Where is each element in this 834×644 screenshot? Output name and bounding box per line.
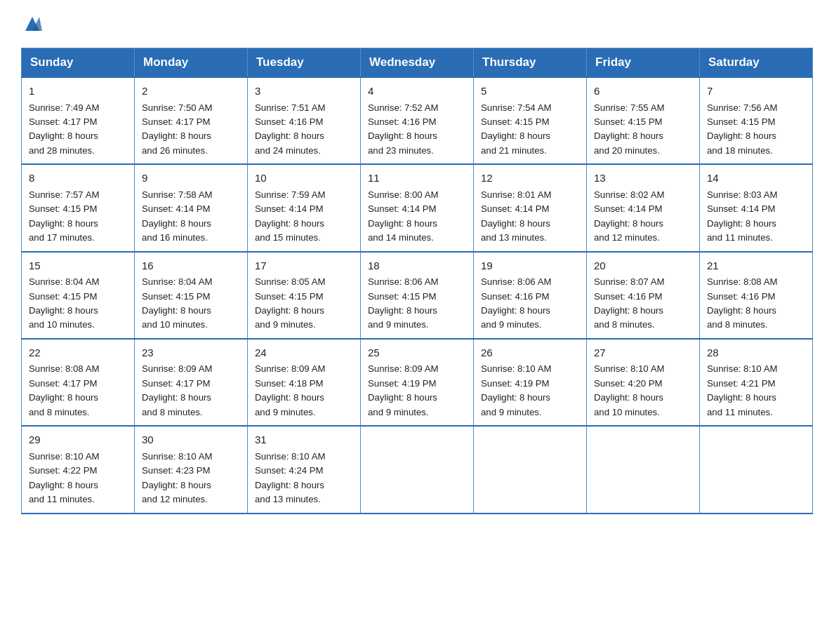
day-info: Sunrise: 8:02 AMSunset: 4:14 PMDaylight:…	[594, 188, 692, 246]
day-info: Sunrise: 7:55 AMSunset: 4:15 PMDaylight:…	[594, 101, 692, 159]
page-header	[21, 14, 813, 34]
day-info: Sunrise: 8:10 AMSunset: 4:23 PMDaylight:…	[142, 450, 240, 507]
week-row-3: 15Sunrise: 8:04 AMSunset: 4:15 PMDayligh…	[22, 252, 813, 339]
day-number: 16	[142, 258, 240, 274]
day-info: Sunrise: 8:10 AMSunset: 4:24 PMDaylight:…	[255, 450, 353, 507]
week-row-5: 29Sunrise: 8:10 AMSunset: 4:22 PMDayligh…	[22, 426, 813, 513]
day-cell: 19Sunrise: 8:06 AMSunset: 4:16 PMDayligh…	[474, 252, 587, 339]
day-cell: 7Sunrise: 7:56 AMSunset: 4:15 PMDaylight…	[700, 77, 813, 164]
day-info: Sunrise: 8:08 AMSunset: 4:16 PMDaylight:…	[707, 275, 805, 333]
logo-icon	[22, 14, 42, 34]
day-number: 29	[29, 432, 127, 448]
day-number: 28	[707, 345, 805, 361]
day-cell: 30Sunrise: 8:10 AMSunset: 4:23 PMDayligh…	[135, 426, 248, 513]
weekday-header-tuesday: Tuesday	[248, 48, 361, 78]
day-info: Sunrise: 8:06 AMSunset: 4:16 PMDaylight:…	[481, 275, 579, 333]
day-info: Sunrise: 7:51 AMSunset: 4:16 PMDaylight:…	[255, 101, 353, 159]
day-number: 20	[594, 258, 692, 274]
weekday-header-saturday: Saturday	[700, 48, 813, 78]
day-info: Sunrise: 8:00 AMSunset: 4:14 PMDaylight:…	[368, 188, 466, 246]
day-info: Sunrise: 7:54 AMSunset: 4:15 PMDaylight:…	[481, 101, 579, 159]
day-cell: 13Sunrise: 8:02 AMSunset: 4:14 PMDayligh…	[587, 164, 700, 251]
day-cell	[700, 426, 813, 513]
logo	[21, 14, 44, 34]
day-number: 4	[368, 83, 466, 100]
day-cell: 24Sunrise: 8:09 AMSunset: 4:18 PMDayligh…	[248, 339, 361, 426]
day-cell: 22Sunrise: 8:08 AMSunset: 4:17 PMDayligh…	[22, 339, 135, 426]
weekday-header-row: SundayMondayTuesdayWednesdayThursdayFrid…	[22, 48, 813, 78]
day-cell: 9Sunrise: 7:58 AMSunset: 4:14 PMDaylight…	[135, 164, 248, 251]
week-row-2: 8Sunrise: 7:57 AMSunset: 4:15 PMDaylight…	[22, 164, 813, 251]
week-row-4: 22Sunrise: 8:08 AMSunset: 4:17 PMDayligh…	[22, 339, 813, 426]
day-info: Sunrise: 8:09 AMSunset: 4:19 PMDaylight:…	[368, 362, 466, 420]
week-row-1: 1Sunrise: 7:49 AMSunset: 4:17 PMDaylight…	[22, 77, 813, 164]
day-cell	[474, 426, 587, 513]
day-info: Sunrise: 8:07 AMSunset: 4:16 PMDaylight:…	[594, 275, 692, 333]
day-number: 6	[594, 83, 692, 100]
day-number: 22	[29, 345, 127, 361]
day-number: 5	[481, 83, 579, 100]
day-number: 27	[594, 345, 692, 361]
day-cell: 6Sunrise: 7:55 AMSunset: 4:15 PMDaylight…	[587, 77, 700, 164]
day-cell: 17Sunrise: 8:05 AMSunset: 4:15 PMDayligh…	[248, 252, 361, 339]
day-info: Sunrise: 8:08 AMSunset: 4:17 PMDaylight:…	[29, 362, 127, 420]
day-info: Sunrise: 7:49 AMSunset: 4:17 PMDaylight:…	[29, 101, 127, 159]
day-number: 19	[481, 258, 579, 274]
day-cell	[587, 426, 700, 513]
day-cell: 28Sunrise: 8:10 AMSunset: 4:21 PMDayligh…	[700, 339, 813, 426]
day-cell: 29Sunrise: 8:10 AMSunset: 4:22 PMDayligh…	[22, 426, 135, 513]
day-number: 23	[142, 345, 240, 361]
day-info: Sunrise: 8:10 AMSunset: 4:22 PMDaylight:…	[29, 450, 127, 507]
day-number: 26	[481, 345, 579, 361]
day-info: Sunrise: 8:04 AMSunset: 4:15 PMDaylight:…	[29, 275, 127, 333]
calendar-table: SundayMondayTuesdayWednesdayThursdayFrid…	[21, 48, 813, 514]
day-info: Sunrise: 8:09 AMSunset: 4:17 PMDaylight:…	[142, 362, 240, 420]
day-cell	[361, 426, 474, 513]
day-number: 15	[29, 258, 127, 274]
day-number: 31	[255, 432, 353, 448]
day-number: 10	[255, 170, 353, 187]
day-cell: 23Sunrise: 8:09 AMSunset: 4:17 PMDayligh…	[135, 339, 248, 426]
day-cell: 12Sunrise: 8:01 AMSunset: 4:14 PMDayligh…	[474, 164, 587, 251]
day-info: Sunrise: 7:50 AMSunset: 4:17 PMDaylight:…	[142, 101, 240, 159]
day-number: 30	[142, 432, 240, 448]
day-number: 8	[29, 170, 127, 187]
day-number: 12	[481, 170, 579, 187]
day-cell: 4Sunrise: 7:52 AMSunset: 4:16 PMDaylight…	[361, 77, 474, 164]
day-cell: 18Sunrise: 8:06 AMSunset: 4:15 PMDayligh…	[361, 252, 474, 339]
day-number: 11	[368, 170, 466, 187]
day-cell: 21Sunrise: 8:08 AMSunset: 4:16 PMDayligh…	[700, 252, 813, 339]
day-number: 25	[368, 345, 466, 361]
day-info: Sunrise: 8:01 AMSunset: 4:14 PMDaylight:…	[481, 188, 579, 246]
day-cell: 20Sunrise: 8:07 AMSunset: 4:16 PMDayligh…	[587, 252, 700, 339]
day-cell: 15Sunrise: 8:04 AMSunset: 4:15 PMDayligh…	[22, 252, 135, 339]
day-cell: 26Sunrise: 8:10 AMSunset: 4:19 PMDayligh…	[474, 339, 587, 426]
day-number: 17	[255, 258, 353, 274]
day-cell: 27Sunrise: 8:10 AMSunset: 4:20 PMDayligh…	[587, 339, 700, 426]
day-number: 3	[255, 83, 353, 100]
day-info: Sunrise: 8:06 AMSunset: 4:15 PMDaylight:…	[368, 275, 466, 333]
day-info: Sunrise: 8:05 AMSunset: 4:15 PMDaylight:…	[255, 275, 353, 333]
day-cell: 1Sunrise: 7:49 AMSunset: 4:17 PMDaylight…	[22, 77, 135, 164]
weekday-header-friday: Friday	[587, 48, 700, 78]
day-info: Sunrise: 8:10 AMSunset: 4:21 PMDaylight:…	[707, 362, 805, 420]
day-cell: 10Sunrise: 7:59 AMSunset: 4:14 PMDayligh…	[248, 164, 361, 251]
day-info: Sunrise: 7:59 AMSunset: 4:14 PMDaylight:…	[255, 188, 353, 246]
day-cell: 3Sunrise: 7:51 AMSunset: 4:16 PMDaylight…	[248, 77, 361, 164]
day-number: 13	[594, 170, 692, 187]
day-number: 14	[707, 170, 805, 187]
day-info: Sunrise: 7:58 AMSunset: 4:14 PMDaylight:…	[142, 188, 240, 246]
weekday-header-sunday: Sunday	[22, 48, 135, 78]
day-number: 18	[368, 258, 466, 274]
day-number: 7	[707, 83, 805, 100]
weekday-header-thursday: Thursday	[474, 48, 587, 78]
day-number: 2	[142, 83, 240, 100]
day-cell: 8Sunrise: 7:57 AMSunset: 4:15 PMDaylight…	[22, 164, 135, 251]
day-info: Sunrise: 8:10 AMSunset: 4:19 PMDaylight:…	[481, 362, 579, 420]
day-number: 21	[707, 258, 805, 274]
day-info: Sunrise: 8:10 AMSunset: 4:20 PMDaylight:…	[594, 362, 692, 420]
day-info: Sunrise: 7:57 AMSunset: 4:15 PMDaylight:…	[29, 188, 127, 246]
day-number: 9	[142, 170, 240, 187]
day-cell: 14Sunrise: 8:03 AMSunset: 4:14 PMDayligh…	[700, 164, 813, 251]
day-info: Sunrise: 8:09 AMSunset: 4:18 PMDaylight:…	[255, 362, 353, 420]
